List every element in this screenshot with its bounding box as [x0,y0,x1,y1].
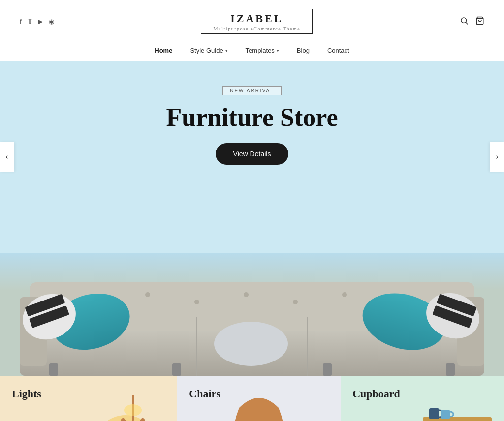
top-bar: f 𝕋 ▶ ◉ IZABEL Multipurpose eCommerce Th… [0,0,504,41]
arrow-left-icon: ‹ [5,152,8,161]
category-cupboard-title: Cupboard [352,388,492,400]
twitter-icon[interactable]: 𝕋 [28,18,32,25]
nav-item-contact[interactable]: Contact [327,47,349,54]
arrow-right-icon: › [496,152,498,161]
social-icons: f 𝕋 ▶ ◉ [20,18,54,25]
view-details-button[interactable]: View Details [216,143,289,165]
search-button[interactable] [460,16,469,27]
svg-rect-28 [323,363,332,376]
lamp-image [103,395,162,421]
cupboard-image [420,400,494,421]
hero-prev-button[interactable]: ‹ [0,142,14,172]
top-icons [460,16,484,27]
svg-point-9 [244,292,249,297]
svg-point-21 [214,322,288,366]
hero-title: Furniture Store [10,103,494,131]
hero-section: NEW ARRIVAL Furniture Store View Details… [0,61,504,253]
svg-rect-51 [441,410,450,419]
chair-image [224,393,293,421]
svg-point-34 [124,404,142,416]
nav-item-blog[interactable]: Blog [297,47,310,54]
svg-rect-50 [429,408,439,419]
svg-point-7 [145,292,150,297]
svg-point-8 [194,300,199,304]
cart-icon [475,16,484,25]
svg-rect-29 [446,363,455,376]
youtube-icon[interactable]: ▶ [38,18,43,25]
category-cupboard: Cupboard [341,376,504,421]
sofa-image [0,253,504,376]
category-chairs: Chairs [177,376,341,421]
instagram-icon[interactable]: ◉ [49,18,54,25]
svg-rect-26 [49,363,58,376]
logo-box: IZABEL Multipurpose eCommerce Theme [201,9,313,34]
svg-point-10 [293,300,298,304]
main-nav: Home Style Guide ▾ Templates ▾ Blog Cont… [0,41,504,61]
search-icon [460,16,469,25]
chevron-down-icon: ▾ [225,48,228,53]
svg-rect-27 [172,363,181,376]
svg-line-1 [466,22,468,24]
cart-button[interactable] [475,16,484,27]
chevron-down-icon: ▾ [277,48,279,53]
logo-title: IZABEL [213,12,300,25]
nav-item-home[interactable]: Home [155,47,172,54]
svg-point-11 [342,292,347,297]
category-lights: Lights [0,376,177,421]
sofa-section [0,253,504,376]
facebook-icon[interactable]: f [20,18,22,25]
hero-next-button[interactable]: › [490,142,504,172]
logo-area: IZABEL Multipurpose eCommerce Theme [54,9,460,34]
nav-item-templates[interactable]: Templates ▾ [246,47,279,54]
nav-item-style-guide[interactable]: Style Guide ▾ [190,47,227,54]
hero-badge: NEW ARRIVAL [222,86,282,95]
svg-point-0 [461,18,467,23]
categories-section: Lights Chairs [0,376,504,421]
logo-subtitle: Multipurpose eCommerce Theme [213,26,300,31]
